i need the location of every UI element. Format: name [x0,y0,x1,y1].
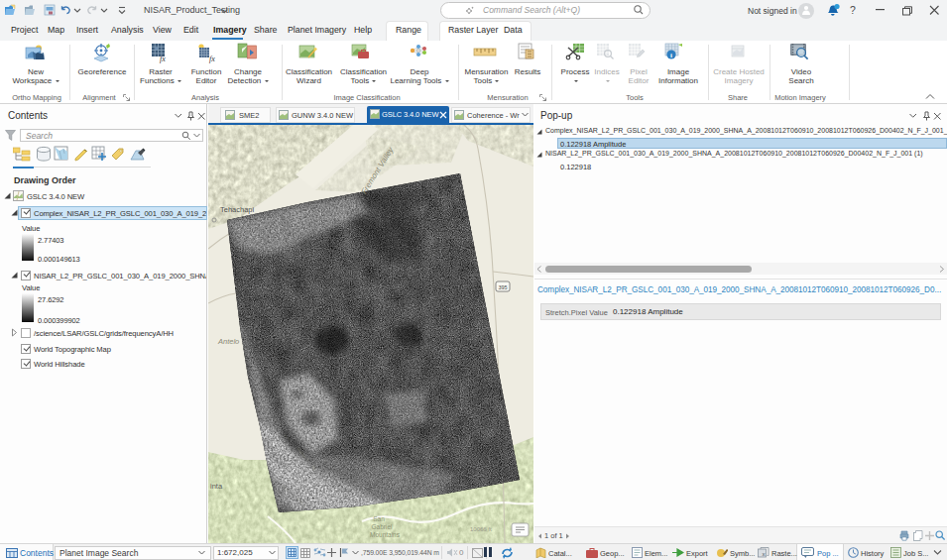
svg-text:10066 ft: 10066 ft [470,526,492,532]
svg-text:inta: inta [210,482,223,491]
svg-text:x: x [763,551,766,557]
svg-text:fx: fx [209,55,215,63]
svg-text:fx: fx [160,55,166,63]
svg-text:Gabriel: Gabriel [372,523,394,530]
svg-text:395: 395 [498,284,507,290]
svg-text:i: i [670,52,672,59]
svg-text:Antelo: Antelo [217,337,239,346]
svg-text:Mountains: Mountains [370,531,401,538]
svg-text:San: San [373,515,385,522]
svg-text:Tehachapi: Tehachapi [220,205,255,214]
